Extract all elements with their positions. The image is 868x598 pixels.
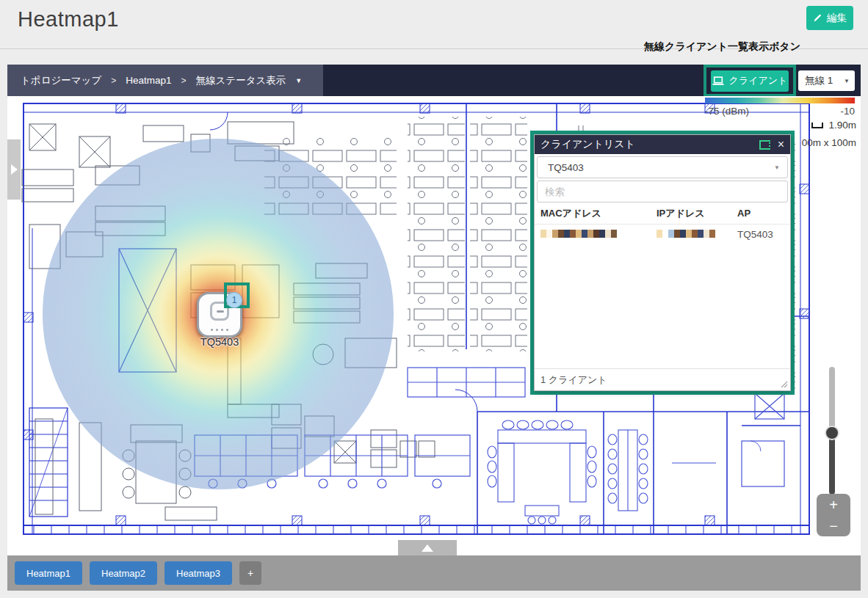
mac-address-redacted (540, 229, 657, 240)
zoom-slider-track-lower[interactable] (829, 433, 835, 495)
zoom-slider-thumb[interactable] (825, 426, 839, 440)
pixelated-ip (657, 230, 715, 238)
breadcrumb-status-mode[interactable]: 無線ステータス表示 (196, 74, 286, 87)
chevron-down-icon[interactable]: ▼ (295, 77, 302, 84)
client-ap-cell: TQ5403 (737, 229, 784, 240)
sidebar-expand-button[interactable] (7, 139, 21, 200)
column-ip: IPアドレス (657, 207, 737, 220)
legend-max-label: -10 (840, 106, 855, 117)
zoom-in-button[interactable]: + (817, 497, 850, 512)
map-scale-label: 1.90m (828, 120, 856, 131)
pixelated-mac (540, 230, 617, 238)
laptop-icon (712, 76, 724, 86)
close-icon[interactable]: × (778, 139, 784, 150)
column-ap: AP (737, 208, 784, 219)
chevron-down-icon: ▼ (774, 164, 780, 171)
client-panel-title: クライアントリスト (540, 138, 635, 151)
ap-name-label: TQ5403 (185, 336, 254, 348)
search-input[interactable] (537, 181, 788, 203)
chevron-down-icon: ▼ (844, 78, 850, 84)
client-count-footer: 1 クライアント (535, 368, 790, 390)
map-tab-bar: Heatmap1 Heatmap2 Heatmap3 + (7, 555, 861, 591)
zoom-controls: + − (817, 494, 850, 536)
client-table-header: MACアドレス IPアドレス AP (535, 203, 790, 225)
client-panel-highlight-box: クライアントリスト × TQ5403 ▼ MACアドレス IPアドレス AP (530, 131, 795, 395)
map-dimensions-label: 00m x 100m (802, 137, 856, 148)
ap-filter-value: TQ5403 (548, 162, 584, 173)
breadcrumb-separator: > (181, 76, 187, 86)
client-button-highlight-box: クライアント (704, 65, 796, 97)
pencil-icon (813, 13, 822, 23)
zoom-slider-track-upper[interactable] (829, 367, 835, 433)
client-list-button[interactable]: クライアント (711, 70, 789, 92)
page-title: Heatmap1 (18, 7, 119, 32)
map-canvas[interactable]: -75 (dBm) -10 1.90m 00m x 100m TQ5403 1 … (7, 96, 861, 555)
ip-address-redacted (657, 229, 737, 240)
map-toolbar: トポロジーマップ > Heatmap1 > 無線ステータス表示 ▼ クライアント… (7, 65, 861, 96)
client-list-panel: クライアントリスト × TQ5403 ▼ MACアドレス IPアドレス AP (534, 134, 791, 391)
add-map-tab-button[interactable]: + (239, 561, 261, 585)
resize-handle[interactable] (779, 379, 788, 388)
zoom-out-button[interactable]: − (817, 519, 850, 533)
tab-heatmap1[interactable]: Heatmap1 (15, 561, 82, 585)
radio-select[interactable]: 無線 1 ▼ (798, 70, 855, 91)
client-count-badge[interactable]: 1 (226, 292, 242, 308)
breadcrumb-separator: > (111, 76, 116, 86)
signal-gradient-labels: -75 (dBm) -10 (705, 106, 855, 117)
column-mac: MACアドレス (540, 207, 657, 220)
client-panel-header[interactable]: クライアントリスト × (535, 135, 790, 154)
tab-heatmap3[interactable]: Heatmap3 (164, 561, 232, 585)
client-button-label: クライアント (729, 74, 788, 87)
triangle-up-icon (422, 544, 433, 552)
legend-min-label: -75 (dBm) (705, 106, 749, 117)
breadcrumb: トポロジーマップ > Heatmap1 > 無線ステータス表示 ▼ (7, 65, 323, 96)
ap-filter-select[interactable]: TQ5403 ▼ (537, 156, 788, 178)
breadcrumb-heatmap1[interactable]: Heatmap1 (126, 75, 171, 86)
edit-button-label: 編集 (827, 12, 847, 25)
radio-select-value: 無線 1 (805, 74, 833, 87)
edit-button[interactable]: 編集 (806, 6, 853, 30)
map-scale: 1.90m (811, 120, 856, 131)
ap-led-dots (199, 329, 240, 331)
scale-ruler-icon (811, 123, 823, 128)
breadcrumb-topology[interactable]: トポロジーマップ (21, 74, 101, 87)
table-row[interactable]: TQ5403 (535, 225, 790, 244)
signal-gradient-bar (705, 98, 855, 103)
tab-heatmap2[interactable]: Heatmap2 (90, 561, 157, 585)
chevron-right-icon (11, 164, 18, 175)
dock-panel-icon[interactable] (759, 140, 770, 150)
annotation-label: 無線クライアント一覧表示ボタン (644, 40, 800, 54)
panel-reveal-up-button[interactable] (398, 540, 457, 555)
